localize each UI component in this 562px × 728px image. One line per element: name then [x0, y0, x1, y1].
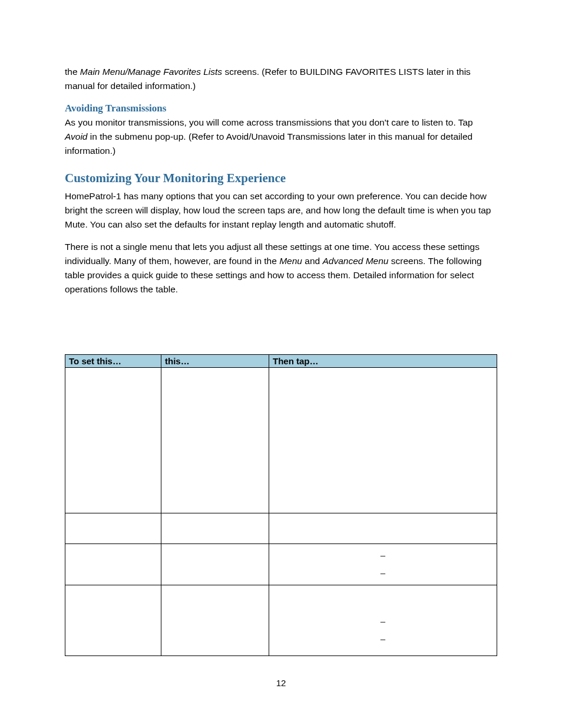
table-row [65, 513, 497, 544]
italic-text: Avoid [65, 131, 88, 141]
heading-customizing: Customizing Your Monitoring Experience [65, 171, 497, 186]
settings-table: To set this… this… Then tap… – [65, 354, 497, 656]
table-header-thentap: Then tap… [269, 355, 497, 368]
paragraph-settings-intro: There is not a single menu that lets you… [65, 240, 497, 297]
italic-text: Main Menu/Manage Favorites Lists [80, 67, 222, 77]
heading-avoiding-transmissions: Avoiding Transmissions [65, 103, 497, 114]
dash-icon: – [273, 564, 493, 582]
dash-icon: – [273, 546, 493, 564]
paragraph-avoid: As you monitor transmissions, you will c… [65, 116, 497, 158]
dash-icon: – [273, 612, 493, 630]
paragraph-continued: the Main Menu/Manage Favorites Lists scr… [65, 65, 497, 93]
table-cell [65, 368, 161, 513]
table-cell [269, 513, 497, 544]
text: the [65, 67, 80, 77]
table-header-row: To set this… this… Then tap… [65, 355, 497, 368]
table-cell [161, 544, 269, 585]
italic-text: Menu [279, 256, 302, 266]
text: and [302, 256, 322, 266]
table-row: – – [65, 544, 497, 585]
italic-text: Advanced Menu [322, 256, 388, 266]
table-row: – – [65, 585, 497, 656]
table-header-this: this… [161, 355, 269, 368]
table-cell: – – [269, 585, 497, 656]
table-cell [65, 585, 161, 656]
table-cell [65, 544, 161, 585]
text: in the submenu pop-up. (Refer to Avoid/U… [65, 131, 472, 156]
paragraph-options: HomePatrol-1 has many options that you c… [65, 189, 497, 232]
table-header-setthis: To set this… [65, 355, 161, 368]
table-cell [161, 513, 269, 544]
table-row [65, 368, 497, 513]
table-cell [161, 368, 269, 513]
table-cell [269, 368, 497, 513]
table-cell [161, 585, 269, 656]
dash-icon: – [273, 630, 493, 648]
text: As you monitor transmissions, you will c… [65, 117, 473, 127]
table-cell: – – [269, 544, 497, 585]
table-cell [65, 513, 161, 544]
page-number: 12 [0, 678, 562, 688]
